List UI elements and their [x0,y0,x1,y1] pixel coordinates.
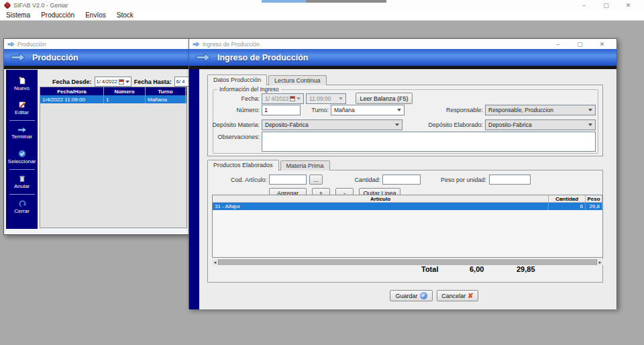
nuevo-button[interactable]: Nuevo [6,72,38,96]
window-bottom-strip [5,229,188,235]
tab-lectura-continua[interactable]: Lectura Continua [268,75,327,85]
terminar-label: Terminar [11,134,32,140]
tab-materia-prima[interactable]: Materia Prima [280,160,330,170]
maximize-button[interactable]: ▢ [595,2,617,9]
editar-button[interactable]: Editar [6,96,38,120]
anular-label: Anular [14,183,30,189]
fecha-hasta-label: Fecha Hasta: [134,79,172,85]
cancelar-button[interactable]: Cancelar ✘ [437,290,478,301]
hora-picker-disabled[interactable]: 11:09:00 [306,93,346,104]
top-progress-bar-blue [262,0,306,3]
tab-productos-elaborados[interactable]: Productos Elaborados [207,160,279,170]
window-ingreso-produccion: Ingreso de Producción – ▢ ✕ Ingreso de P… [189,38,617,309]
ingreso-banner-title: Ingreso de Producción [217,53,308,62]
fecha-desde-value: 1/ 4/2022 [97,79,117,85]
date-filter-row: Fecha Desde: 1/ 4/2022 Fecha Hasta: 6/ 4 [52,77,189,87]
turno-select[interactable]: Mañana [331,105,405,115]
produccion-body: Nuevo Editar Terminar [4,69,189,235]
cod-articulo-input[interactable] [269,175,307,185]
new-document-icon [18,77,26,85]
browse-articulo-button[interactable]: ... [309,175,323,185]
col-peso[interactable]: Peso [586,195,602,203]
select-check-icon [18,150,26,158]
anular-button[interactable]: Anular [6,170,38,194]
cell-turno: Mañana [146,95,186,103]
window-produccion-title: Producción [17,41,46,48]
cerrar-button[interactable]: Cerrar [6,195,38,219]
responsable-select[interactable]: Responsable, Produccion [485,105,596,115]
window-ingreso-title: Ingreso de Producción [203,41,260,48]
maximize-button[interactable]: ▢ [569,41,591,48]
fecha-desde-label: Fecha Desde: [52,79,92,85]
calendar-icon [119,79,124,85]
calendar-icon [290,96,295,101]
close-button[interactable]: ✕ [617,2,639,9]
cantidad-label: Cantidad: [349,177,380,183]
cod-articulo-label: Cod. Artículo: [221,177,267,183]
fecha-picker-disabled[interactable]: 1/ 4/2022 [262,93,304,104]
window-produccion-titlebar[interactable]: Producción [4,39,189,49]
table-row-selected[interactable]: 1/4/2022 11:09:00 1 Mañana [40,95,186,103]
turno-label: Turno: [307,107,329,113]
peso-por-unidad-input[interactable] [489,175,531,185]
cell-peso: 29,8 [586,203,602,210]
chevron-down-icon [339,97,343,100]
deposito-materia-select[interactable]: Deposito-Fabrica [262,119,402,130]
scroll-right-icon[interactable]: ► [597,259,603,265]
horizontal-scrollbar[interactable]: ◄ ► [212,259,603,265]
window-arrow-icon [193,42,200,47]
cerrar-label: Cerrar [14,208,30,214]
cantidad-input[interactable] [382,175,421,185]
window-ingreso-titlebar[interactable]: Ingreso de Producción – ▢ ✕ [189,39,616,49]
scrollbar-thumb[interactable] [218,259,597,265]
observaciones-label: Observaciones: [212,134,260,140]
fecha-desde-picker[interactable]: 1/ 4/2022 [95,77,131,87]
responsable-value: Responsable, Produccion [488,107,553,113]
articulo-row-selected[interactable]: 31 - Alfajor 6 29,8 [213,203,602,210]
observaciones-textarea[interactable] [262,132,596,152]
menu-envios[interactable]: Envíos [85,11,106,19]
fecha-value: 1/ 4/2022 [265,95,288,102]
menu-produccion[interactable]: Producción [41,11,74,19]
col-terminado[interactable]: Termi [186,87,187,95]
minimize-button[interactable]: – [573,2,595,9]
col-articulo[interactable]: Artículo [213,195,549,203]
total-label: Total [421,265,438,273]
deposito-elaborado-value: Deposito-Fabrica [488,121,532,128]
numero-label: Número: [212,107,260,113]
col-numero[interactable]: Número [104,87,146,95]
fecha-hasta-picker[interactable]: 6/ 4 [174,77,189,87]
app-window-controls: – ▢ ✕ [573,2,639,9]
col-turno[interactable]: Turno [146,87,186,95]
trash-icon [18,175,26,183]
leer-balanza-button[interactable]: Leer Balanza (F5) [356,93,413,104]
terminar-button[interactable]: Terminar [6,121,38,145]
chevron-down-icon [397,109,401,111]
cell-terminado [186,95,187,103]
menu-stock[interactable]: Stock [117,11,133,19]
app-logo-icon [3,1,11,9]
chevron-down-icon [588,109,592,111]
col-cantidad[interactable]: Cantidad [549,195,586,203]
fecha-hasta-value: 6/ 4 [176,79,185,85]
check-circle-icon: ✔ [420,292,427,299]
col-fecha-hora[interactable]: Fecha/Hora [40,87,104,95]
close-button[interactable]: ✕ [591,41,613,48]
cell-numero: 1 [104,95,146,103]
scroll-left-icon[interactable]: ◄ [212,259,218,265]
chevron-down-icon [588,124,592,126]
total-peso: 29,85 [517,265,535,273]
numero-input[interactable] [262,105,301,115]
deposito-elaborado-select[interactable]: Deposito-Fabrica [485,119,596,130]
deposito-materia-value: Deposito-Fabrica [265,121,309,128]
seleccionar-button[interactable]: Seleccionar [6,145,38,169]
minimize-button[interactable]: – [547,41,569,48]
menu-sistema[interactable]: Sistema [6,11,30,19]
cell-cantidad: 6 [549,203,586,210]
guardar-button[interactable]: Guardar ✔ [390,290,433,301]
tab-datos-produccion[interactable]: Datos Producción [207,75,267,85]
deposito-elaborado-label: Depósito Elaborado: [420,121,483,128]
cancel-x-icon: ✘ [468,292,473,299]
cell-articulo: 31 - Alfajor [213,203,549,210]
produccion-table-header: Fecha/Hora Número Turno Termi [40,87,186,95]
